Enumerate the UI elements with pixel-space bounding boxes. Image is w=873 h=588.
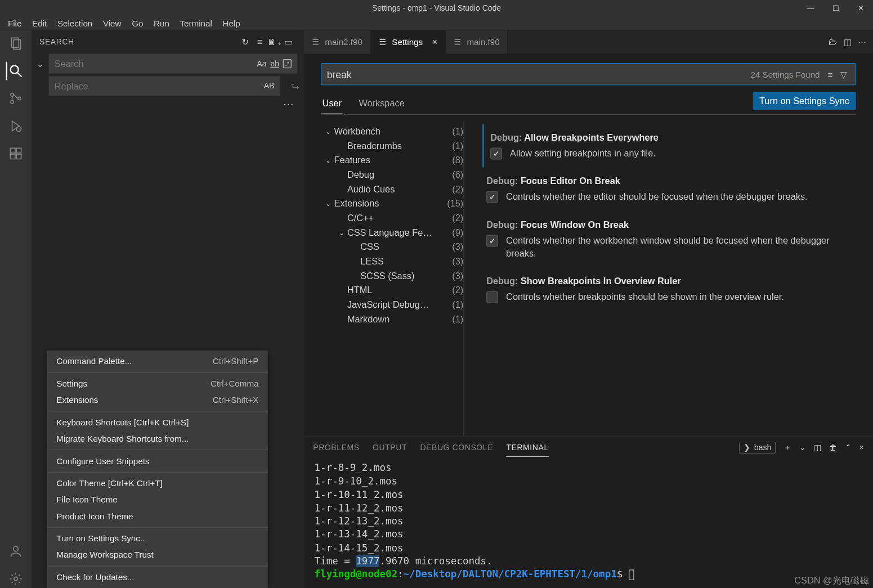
panel-tab-problems[interactable]: PROBLEMS bbox=[313, 439, 359, 456]
svg-point-13 bbox=[14, 546, 19, 551]
kill-terminal-icon[interactable]: 🗑 bbox=[829, 443, 837, 452]
context-menu-item[interactable]: Command Palette...Ctrl+Shift+P bbox=[47, 353, 268, 369]
chevron-down-icon: ⌄ bbox=[323, 156, 334, 164]
context-menu-item[interactable]: SettingsCtrl+Comma bbox=[47, 375, 268, 392]
menu-view[interactable]: View bbox=[98, 17, 127, 29]
toc-item[interactable]: Breadcrumbs(1) bbox=[321, 138, 463, 153]
extensions-icon[interactable] bbox=[7, 145, 25, 163]
window-maximize[interactable]: ☐ bbox=[823, 0, 848, 16]
toc-item[interactable]: Audio Cues(2) bbox=[321, 182, 463, 196]
menu-selection[interactable]: Selection bbox=[52, 17, 98, 29]
filter-icon[interactable]: ▽ bbox=[837, 69, 850, 79]
toc-item[interactable]: Markdown(1) bbox=[321, 312, 463, 326]
sidebar-header: SEARCH ↻ ≡ 🗎₊ ▭ bbox=[32, 30, 304, 54]
context-menu-item[interactable]: File Icon Theme bbox=[47, 492, 268, 508]
setting-checkbox[interactable] bbox=[486, 291, 498, 303]
explorer-icon[interactable] bbox=[7, 34, 25, 53]
tab-main[interactable]: ≣ main.f90 bbox=[446, 30, 508, 54]
context-menu-item[interactable]: Migrate Keyboard Shortcuts from... bbox=[47, 430, 268, 447]
toc-item[interactable]: SCSS (Sass)(3) bbox=[321, 268, 463, 283]
toc-item[interactable]: ⌄Workbench(1) bbox=[321, 124, 463, 138]
regex-icon[interactable]: .* bbox=[283, 59, 292, 68]
toc-item[interactable]: C/C++(2) bbox=[321, 210, 463, 225]
more-icon[interactable]: ⋯ bbox=[858, 37, 866, 47]
tab-settings[interactable]: ≣ Settings × bbox=[371, 30, 446, 54]
debug-icon[interactable] bbox=[7, 117, 25, 136]
panel-tab-terminal[interactable]: TERMINAL bbox=[506, 439, 548, 456]
toc-label: HTML bbox=[347, 285, 448, 295]
toc-item[interactable]: JavaScript Debug…(1) bbox=[321, 297, 463, 312]
scm-icon[interactable] bbox=[7, 89, 25, 108]
open-editors-icon[interactable]: 🗁 bbox=[829, 37, 837, 47]
collapse-icon[interactable]: ▭ bbox=[281, 37, 296, 47]
terminal-shell[interactable]: ❯ bash bbox=[739, 442, 776, 454]
settings-search-input[interactable] bbox=[327, 69, 751, 80]
new-terminal-icon[interactable]: ＋ bbox=[784, 442, 791, 453]
search-field[interactable] bbox=[55, 59, 257, 69]
clear-search-icon[interactable]: ≡ bbox=[824, 69, 837, 79]
terminal-dropdown-icon[interactable]: ⌄ bbox=[799, 443, 806, 452]
toc-item[interactable]: ⌄Extensions(15) bbox=[321, 196, 463, 211]
setting-checkbox[interactable]: ✓ bbox=[490, 147, 502, 159]
menu-terminal[interactable]: Terminal bbox=[174, 17, 217, 29]
scope-workspace[interactable]: Workspace bbox=[357, 92, 406, 113]
context-menu-item[interactable]: ExtensionsCtrl+Shift+X bbox=[47, 392, 268, 408]
context-menu-item[interactable]: Manage Workspace Trust bbox=[47, 547, 268, 563]
scope-user[interactable]: User bbox=[321, 92, 343, 114]
clear-icon[interactable]: ≡ bbox=[253, 37, 267, 47]
context-menu-item[interactable]: Configure User Snippets bbox=[47, 453, 268, 469]
replace-all-icon[interactable]: ⮑ bbox=[287, 81, 304, 91]
accounts-icon[interactable] bbox=[7, 542, 25, 560]
window-minimize[interactable]: — bbox=[798, 0, 823, 16]
context-menu-item[interactable]: Check for Updates... bbox=[47, 569, 268, 585]
match-case-icon[interactable]: Aa bbox=[257, 59, 266, 68]
context-menu-item[interactable]: Product Icon Theme bbox=[47, 508, 268, 524]
panel-tab-output[interactable]: OUTPUT bbox=[373, 439, 407, 456]
split-editor-icon[interactable]: ◫ bbox=[844, 37, 852, 47]
toc-item[interactable]: LESS(3) bbox=[321, 254, 463, 268]
chevron-down-icon[interactable]: ⌄ bbox=[32, 59, 48, 68]
toc-label: CSS Language Fe… bbox=[347, 227, 448, 238]
new-file-icon[interactable]: 🗎₊ bbox=[267, 37, 282, 47]
menu-help[interactable]: Help bbox=[217, 17, 245, 29]
menu-item-label: Manage Workspace Trust bbox=[56, 550, 258, 559]
replace-input[interactable]: AB bbox=[48, 76, 280, 96]
search-input[interactable]: Aa ab .* bbox=[48, 54, 297, 74]
menu-run[interactable]: Run bbox=[149, 17, 174, 29]
more-options-icon[interactable]: ⋯ bbox=[32, 96, 304, 113]
menu-item-label: File Icon Theme bbox=[56, 495, 258, 504]
tab-label: main2.f90 bbox=[325, 37, 362, 47]
menu-file[interactable]: File bbox=[3, 17, 27, 29]
toc-item[interactable]: CSS(3) bbox=[321, 240, 463, 254]
svg-line-3 bbox=[17, 73, 21, 77]
tab-main2[interactable]: ≣ main2.f90 bbox=[304, 30, 371, 54]
toc-count: (2) bbox=[452, 213, 463, 223]
terminal-output[interactable]: 1-r-8-9_2.mos 1-r-9-10_2.mos 1-r-10-11_2… bbox=[304, 459, 873, 588]
panel-tab-debug[interactable]: DEBUG CONSOLE bbox=[420, 439, 493, 456]
close-panel-icon[interactable]: × bbox=[859, 443, 863, 452]
whole-word-icon[interactable]: ab bbox=[270, 59, 279, 68]
close-icon[interactable]: × bbox=[432, 37, 437, 47]
maximize-panel-icon[interactable]: ⌃ bbox=[845, 443, 852, 452]
window-close[interactable]: ✕ bbox=[848, 0, 873, 16]
gear-icon[interactable] bbox=[7, 569, 25, 588]
toc-item[interactable]: ⌄Features(8) bbox=[321, 153, 463, 168]
context-menu-item[interactable]: Color Theme [Ctrl+K Ctrl+T] bbox=[47, 475, 268, 491]
toc-item[interactable]: HTML(2) bbox=[321, 283, 463, 298]
refresh-icon[interactable]: ↻ bbox=[238, 37, 253, 47]
toc-item[interactable]: Debug(6) bbox=[321, 167, 463, 182]
split-terminal-icon[interactable]: ◫ bbox=[814, 443, 821, 452]
preserve-case-icon[interactable]: AB bbox=[264, 82, 275, 91]
svg-rect-12 bbox=[16, 148, 21, 153]
settings-sync-button[interactable]: Turn on Settings Sync bbox=[753, 92, 856, 110]
context-menu-item[interactable]: Turn on Settings Sync... bbox=[47, 530, 268, 546]
settings-search[interactable]: 24 Settings Found ≡ ▽ bbox=[321, 63, 856, 86]
setting-checkbox[interactable]: ✓ bbox=[486, 191, 498, 203]
search-icon[interactable] bbox=[6, 62, 24, 80]
toc-item[interactable]: ⌄CSS Language Fe…(9) bbox=[321, 225, 463, 240]
setting-checkbox[interactable]: ✓ bbox=[486, 235, 498, 246]
menu-edit[interactable]: Edit bbox=[27, 17, 52, 29]
context-menu-item[interactable]: Keyboard Shortcuts [Ctrl+K Ctrl+S] bbox=[47, 414, 268, 430]
replace-field[interactable] bbox=[55, 80, 264, 91]
menu-go[interactable]: Go bbox=[127, 17, 149, 29]
